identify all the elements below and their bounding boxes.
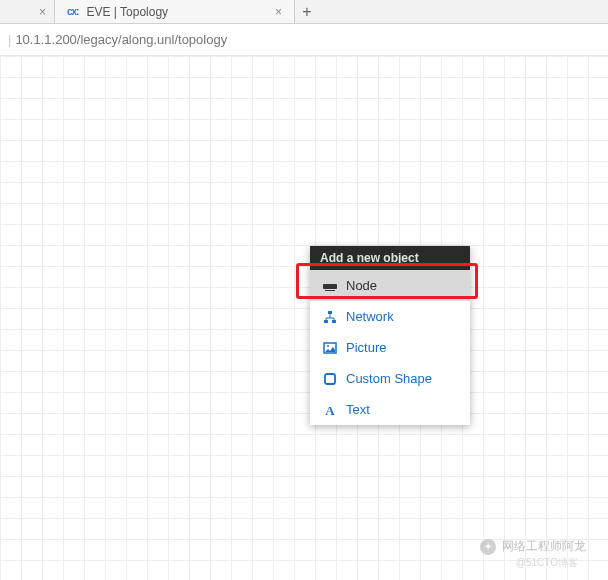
svg-rect-0 bbox=[328, 311, 332, 314]
context-menu-header: Add a new object bbox=[310, 246, 470, 270]
shape-icon bbox=[322, 372, 338, 386]
watermark: ✦ 网络工程师阿龙 bbox=[480, 538, 586, 555]
menu-item-network[interactable]: Network bbox=[310, 301, 470, 332]
menu-item-label: Text bbox=[346, 402, 370, 417]
tab-title: EVE | Topology bbox=[86, 5, 267, 19]
svg-point-4 bbox=[327, 345, 329, 347]
svg-text:A: A bbox=[325, 403, 335, 417]
url-text: 10.1.1.200/legacy/along.unl/topology bbox=[15, 32, 227, 47]
menu-item-text[interactable]: A Text bbox=[310, 394, 470, 425]
menu-item-node[interactable]: Node bbox=[310, 270, 470, 301]
svg-rect-2 bbox=[332, 320, 336, 323]
menu-item-label: Picture bbox=[346, 340, 386, 355]
new-tab-button[interactable]: + bbox=[295, 3, 319, 21]
watermark-sub: @51CTO博客 bbox=[516, 556, 578, 570]
tab-active[interactable]: EVE | Topology × bbox=[55, 0, 295, 23]
text-icon: A bbox=[322, 403, 338, 417]
svg-rect-1 bbox=[324, 320, 328, 323]
tab-strip: × EVE | Topology × + bbox=[0, 0, 608, 24]
picture-icon bbox=[322, 341, 338, 355]
menu-item-custom-shape[interactable]: Custom Shape bbox=[310, 363, 470, 394]
close-icon[interactable]: × bbox=[275, 5, 282, 19]
network-icon bbox=[322, 310, 338, 324]
close-icon[interactable]: × bbox=[39, 5, 46, 19]
menu-item-label: Network bbox=[346, 309, 394, 324]
tab-inactive[interactable]: × bbox=[0, 0, 55, 23]
wechat-icon: ✦ bbox=[480, 539, 496, 555]
address-bar[interactable]: | 10.1.1.200/legacy/along.unl/topology bbox=[0, 24, 608, 56]
menu-item-label: Node bbox=[346, 278, 377, 293]
watermark-text: 网络工程师阿龙 bbox=[502, 538, 586, 555]
menu-item-picture[interactable]: Picture bbox=[310, 332, 470, 363]
topology-canvas[interactable]: Add a new object Node Network Picture Cu… bbox=[0, 56, 608, 580]
svg-rect-5 bbox=[325, 374, 335, 384]
context-menu: Add a new object Node Network Picture Cu… bbox=[310, 246, 470, 425]
address-separator: | bbox=[8, 32, 11, 47]
menu-item-label: Custom Shape bbox=[346, 371, 432, 386]
node-icon bbox=[322, 279, 338, 293]
